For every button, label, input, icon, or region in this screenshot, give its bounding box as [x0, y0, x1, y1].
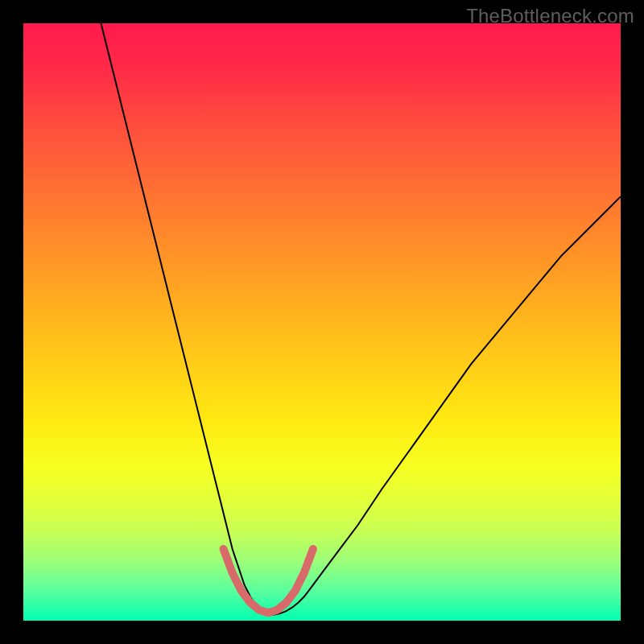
black-curve — [101, 23, 621, 615]
plot-area — [23, 23, 621, 621]
pink-bracket — [224, 549, 313, 613]
chart-frame: TheBottleneck.com — [0, 0, 644, 644]
watermark-text: TheBottleneck.com — [466, 5, 634, 27]
curve-layer — [23, 23, 621, 621]
